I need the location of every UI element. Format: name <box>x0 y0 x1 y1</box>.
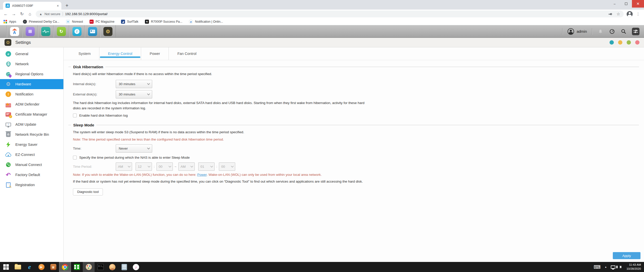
adm-app-slot[interactable]: ⚙ <box>100 25 116 38</box>
bookmark-item[interactable]: ◢ SurfTalk <box>121 20 138 24</box>
green-dot[interactable] <box>627 40 631 45</box>
show-hidden-icons-icon[interactable]: ▲ <box>605 266 607 268</box>
sidebar-item-energy-saver[interactable]: Energy Saver <box>0 140 63 150</box>
internal-disks-dropdown[interactable]: 30 minutes <box>116 80 152 88</box>
taskbar-clock[interactable]: 11:43 AM 10/28/2020 <box>626 263 641 271</box>
new-tab-button[interactable]: + <box>63 2 70 9</box>
search-icon[interactable] <box>620 28 627 35</box>
bookmark-item[interactable]: › Pinewood Derby Ca... <box>23 20 60 24</box>
sidebar-item-notification[interactable]: ! Notification <box>0 89 63 99</box>
red-dot[interactable] <box>635 40 639 45</box>
sidebar-item-general[interactable]: a General <box>0 49 63 59</box>
window-theme-dots <box>610 40 639 45</box>
resource-gauge-icon[interactable] <box>609 28 615 35</box>
adm-app-slot[interactable] <box>38 25 53 38</box>
sidebar-item-ez-connect[interactable]: EZ-Connect <box>0 150 63 160</box>
notification-bell-icon[interactable] <box>597 28 604 35</box>
restore-button[interactable] <box>620 0 632 8</box>
diagnostic-tool-button[interactable]: Diagnostic tool <box>73 188 103 195</box>
apply-button[interactable]: Apply <box>613 252 640 259</box>
username: admin <box>577 29 587 33</box>
not-secure-warning-icon[interactable]: ▲ <box>39 12 42 16</box>
tab-system[interactable]: System <box>70 47 99 60</box>
external-disks-dropdown[interactable]: 30 minutes <box>116 90 152 98</box>
start-hour-dropdown[interactable]: 12 <box>136 162 152 171</box>
close-button[interactable]: ✕ <box>632 0 644 8</box>
back-icon[interactable]: ← <box>3 11 9 17</box>
adm-app-slot[interactable] <box>85 25 100 38</box>
home-icon[interactable]: ⌂ <box>27 11 33 17</box>
reload-icon[interactable]: ↻ <box>19 11 25 17</box>
chevron-down-icon <box>147 92 150 95</box>
adm-app-slot[interactable]: ↻ <box>53 25 69 38</box>
calculator-button[interactable] <box>118 262 130 272</box>
network-icon[interactable] <box>611 265 615 269</box>
settings-sidebar: a General Network Regional Options <box>0 47 64 262</box>
adm-app-slot[interactable]: A <box>7 25 22 38</box>
bookmark-star-icon[interactable]: ☆ <box>617 12 620 16</box>
sidebar-item-adm-update[interactable]: ↑ ADM Update <box>0 119 63 129</box>
volume-icon[interactable] <box>619 266 621 268</box>
adm-app-slot[interactable]: i <box>69 25 85 38</box>
app-central-icon: ⊞ <box>26 27 35 36</box>
bookmark-apps[interactable]: Apps <box>4 20 16 23</box>
sidebar-item-factory-default[interactable]: ↶ Factory Default <box>0 170 63 180</box>
not-secure-label[interactable]: Not secure <box>45 12 60 16</box>
start-meridiem-dropdown[interactable]: AM <box>116 162 132 171</box>
paint-icon <box>86 264 92 270</box>
specify-period-row: Specify the time period during which the… <box>73 156 639 159</box>
chevron-down-icon <box>231 165 234 167</box>
touch-keyboard-icon[interactable]: ⌨ <box>594 264 600 270</box>
sidebar-item-registration[interactable]: ✎ Registration <box>0 180 63 190</box>
media-player-button[interactable]: ▶ <box>35 262 47 272</box>
tab-power[interactable]: Power <box>141 47 169 60</box>
sidebar-item-network[interactable]: Network <box>0 59 63 69</box>
preferences-icon[interactable] <box>632 28 639 35</box>
file-explorer-button[interactable] <box>12 262 24 272</box>
command-prompt-button[interactable]: C:\_ <box>95 262 106 272</box>
chrome-button[interactable] <box>59 262 71 272</box>
adm-app-slot[interactable]: ⊞ <box>22 25 38 38</box>
teal-dot[interactable] <box>610 40 614 45</box>
bookmark-item[interactable]: ≈ Noreast <box>66 20 83 24</box>
sidebar-item-manual-connect[interactable]: Manual Connect <box>0 160 63 170</box>
tab-close-icon[interactable]: × <box>57 4 59 8</box>
browser-tab[interactable]: A AS6602T-039F × <box>3 2 61 10</box>
yellow-dot[interactable] <box>618 40 622 45</box>
enable-hibernation-log-checkbox[interactable] <box>73 114 77 117</box>
start-minute-dropdown[interactable]: 00 <box>156 162 173 171</box>
browser-menu-icon[interactable]: ⋮ <box>636 12 640 16</box>
specify-period-checkbox[interactable] <box>73 156 77 159</box>
url-text[interactable]: 192.168.50.129:8000/portal/ <box>65 12 606 16</box>
user-menu[interactable]: admin <box>568 28 587 35</box>
sidebar-item-regional-options[interactable]: Regional Options <box>0 69 63 79</box>
paint-button[interactable] <box>83 262 95 272</box>
bookmark-item[interactable]: PC PC Magazine <box>90 20 114 24</box>
sidebar-item-certificate-manager[interactable]: ✓ Certificate Manager <box>0 109 63 119</box>
tab-fan-control[interactable]: Fan Control <box>169 47 205 60</box>
internet-explorer-button[interactable]: e <box>24 262 35 272</box>
screen: A AS6602T-039F × + – ✕ ← → ↻ ⌂ ▲ Not sec… <box>0 0 644 272</box>
regional-globe-pin-icon <box>5 71 12 77</box>
start-button[interactable] <box>0 262 12 272</box>
windows-store-button[interactable] <box>71 262 83 272</box>
address-bar[interactable]: ▲ Not secure 192.168.50.129:8000/portal/… <box>36 11 624 17</box>
us-character-app-button[interactable]: US <box>106 262 118 272</box>
power-link[interactable]: Power <box>197 173 207 177</box>
forward-icon[interactable]: → <box>11 11 17 17</box>
end-hour-dropdown[interactable]: 01 <box>198 162 215 171</box>
password-key-icon[interactable] <box>608 12 613 16</box>
sidebar-item-hardware[interactable]: ⚙ Hardware <box>0 79 63 89</box>
sidebar-item-adm-defender[interactable]: ADM Defender <box>0 99 63 109</box>
burn-app-button[interactable]: ▣ <box>47 262 59 272</box>
end-minute-dropdown[interactable]: 00 <box>219 162 235 171</box>
sidebar-item-network-recycle-bin[interactable]: ♻ Network Recycle Bin <box>0 129 63 140</box>
tab-energy-control[interactable]: Energy Control <box>99 47 141 60</box>
end-meridiem-dropdown[interactable]: AM <box>178 162 195 171</box>
minimize-button[interactable]: – <box>609 0 620 8</box>
profile-avatar-icon[interactable] <box>627 11 633 17</box>
bookmark-item[interactable]: a Notification | Onlin... <box>189 20 223 24</box>
bookmark-item[interactable]: N R7000P Success Pa... <box>145 20 182 24</box>
itunes-button[interactable]: ♪ <box>130 262 142 272</box>
sleep-time-dropdown[interactable]: Never <box>116 144 152 153</box>
